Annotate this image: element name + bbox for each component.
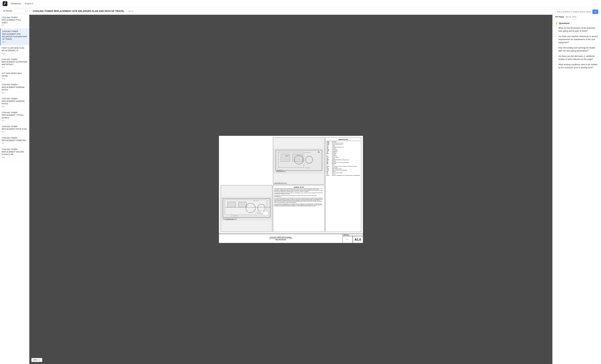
abbrev-row: N.NEW — [327, 164, 360, 166]
sheet-selector-label: All Sheets — [3, 10, 12, 12]
sidebar-item-title: COOLING TOWER REPLACEMENT SECOND FLOOR P… — [2, 148, 28, 156]
search-input[interactable] — [555, 10, 592, 14]
svg-rect-0 — [3, 1, 7, 6]
sidebar-item-code: S2.1 — [2, 131, 28, 133]
abbrev-code: LBNL — [327, 159, 331, 161]
sidebar-item-code: S0.2 — [2, 156, 28, 159]
abbrev-row: DWGDRAWING — [327, 153, 360, 154]
note-item: 2. THE GENERAL CONTRACTOR SHALL BE COMPL… — [274, 192, 323, 195]
plan-2-svg: PIPING IS AERIAL (7'-0" / 1) AND TALL EN… — [221, 185, 272, 232]
abbrev-code: CONC — [327, 149, 331, 151]
question-text: What existing conditions need to be veri… — [558, 63, 598, 69]
content-header: COOLING TOWER REPLACEMENT SITE ENLARGED … — [29, 7, 552, 15]
abbrev-def: NEW — [332, 164, 334, 166]
question-item[interactable]: →What are the dimensions of the proposed… — [555, 27, 598, 32]
sidebar-item-title: COOLING TOWER REPLACEMENT GENERAL NOTES — [2, 83, 28, 91]
sidebar-item-title: COOLING TOWER REPLACEMENT SITE ENLARGED … — [2, 30, 28, 40]
abbrev-def: UNLESS OTHERWISE NOTED UNDERWRITERS LABO… — [332, 175, 360, 176]
sidebar-item-337[interactable]: COOLING TOWER REPLACEMENT ISOMETRIC337 — [0, 135, 29, 146]
drawing-sheet: ABBREVIATIONS BTWNBETWEENCHWRCHILLED WAT… — [219, 136, 363, 243]
search-button[interactable] — [592, 10, 598, 14]
question-item[interactable]: →Are there any bid alternates or additio… — [555, 55, 598, 61]
tb-project-name: COOLING TOWER REPLACEMENT — [220, 236, 341, 238]
abbrev-row: COLCOLUMN — [327, 148, 360, 149]
abbrev-code: CHWR — [327, 142, 331, 144]
sidebar-item-code: A1.3 — [2, 78, 28, 80]
sidebar-item-A1.0[interactable]: COOLING TOWER REPLACEMENT SITE ENLARGED … — [0, 29, 29, 45]
questions-section: 💡 Questions →What are the dimensions of … — [552, 20, 601, 364]
abbrev-row: LBNLLAWRENCE BERKELEY NATIONAL LAB — [327, 159, 360, 161]
abbrev-row: CHWRCHILLED WATER RETURN — [327, 142, 360, 144]
abbrev-code: ELV — [327, 155, 331, 157]
abbrev-code: HGT — [327, 158, 331, 160]
abbrev-row: ELVELEVATION — [327, 155, 360, 157]
abbrev-def: HEIGHT — [332, 158, 335, 160]
sidebar-item-A1.3[interactable]: 8-FT NON-RATED WALL DETAILA1.3 — [0, 71, 29, 82]
abbrev-row: DIADIAMETER — [327, 152, 360, 153]
breadcrumb-project[interactable]: Project 3 — [25, 2, 33, 5]
question-item[interactable]: →How will existing roof openings be seal… — [555, 46, 598, 52]
abbrev-code: DIA — [327, 152, 331, 153]
sheet-selector[interactable]: All Sheets ▾ — [2, 9, 28, 13]
abbrev-def: MINIMUM — [332, 163, 336, 164]
abbrev-def: TYPICAL — [332, 174, 336, 175]
abbrev-row: SIMSIMILAR — [327, 171, 360, 172]
question-text: How will existing roof openings be seale… — [558, 46, 598, 52]
sidebar-item-S0.1[interactable]: COOLING TOWER REPLACEMENT GENERAL NOTESS… — [0, 82, 29, 96]
sidebar-item-S2.1[interactable]: COOLING TOWER REPLACEMENT ROOF PLANS2.1 — [0, 124, 29, 135]
abbrev-code: U.D.N. — [327, 175, 331, 176]
abbrev-code: O.C. — [327, 172, 331, 174]
question-item[interactable]: →Are there any required clearances or ac… — [555, 35, 598, 44]
general-notes-box: GENERAL NOTES 1. THIS SHEET IS ONE OF A … — [273, 185, 325, 232]
question-arrow: → — [555, 35, 557, 38]
chevron-down-icon: ▾ — [25, 10, 26, 12]
abbrev-def: DRAWING — [332, 153, 336, 154]
sheet-id: A1.0 — [128, 10, 133, 12]
tb-project-code-row: 4B37A014 — [343, 234, 363, 236]
abbrev-row: S.S.D.SIMILAR STRUCTURAL DRAWINGS — [327, 170, 360, 171]
sidebar-item-S0.2b[interactable]: COOLING TOWER REPLACEMENT SECOND FLOOR P… — [0, 146, 29, 160]
abbrev-def: CONCRETE MASONRY UNIT — [332, 147, 344, 148]
breadcrumb-fieldworks[interactable]: Fieldworks — [11, 2, 21, 5]
svg-rect-4 — [281, 154, 290, 162]
pages-count: 107 Pages — [555, 16, 564, 18]
search-bar — [555, 10, 598, 14]
sidebar-list: COOLING TOWER REPLACEMENT TITLE SHEETT1C… — [0, 15, 29, 364]
sidebar-item-A1.1[interactable]: FIRST FLOOR NEW PLAN - BID ALTERNATE #2A… — [0, 45, 29, 57]
tb-sheet-desc: SITE ENLARGED PLAN AND PATH OF TRAVEL — [220, 238, 341, 239]
abbrev-code: CHWS — [327, 144, 331, 145]
abbrev-code: SIM — [327, 171, 331, 172]
question-text: Are there any required clearances or acc… — [558, 35, 598, 44]
abbrev-def: COLUMN — [332, 148, 336, 149]
svg-text:JOINT (TYP): JOINT (TYP) — [285, 156, 288, 157]
svg-text:N: N — [318, 153, 319, 154]
abbrev-code: TYP — [327, 174, 331, 175]
sidebar-item-S1.1[interactable]: COOLING TOWER REPLACEMENT TYPICAL DETAIL… — [0, 110, 29, 124]
question-text: Are there any bid alternates or addition… — [558, 55, 598, 61]
sidebar-item-T1[interactable]: COOLING TOWER REPLACEMENT TITLE SHEETT1 — [0, 15, 29, 29]
zoom-controls: 45% » — [31, 358, 42, 362]
svg-text:② PATH OF TRAVEL PLAN - ROOFS: ② PATH OF TRAVEL PLAN - ROOFS — [223, 219, 237, 220]
tb-project-code: 4B37A014 — [343, 234, 349, 235]
sidebar-item-S0.2[interactable]: COOLING TOWER REPLACEMENT GENERAL NOTESS… — [0, 96, 29, 110]
sidebar-item-code: S0.2 — [2, 105, 28, 108]
abbrev-code: F.O.F — [327, 157, 331, 158]
abbrev-code: COL — [327, 148, 331, 149]
abbrev-def: SIZE OF OUTER CASING — [332, 172, 343, 174]
svg-rect-5 — [292, 154, 302, 162]
title-block-right: 4B37A014 REV A1.0 — [343, 234, 363, 243]
abbrev-code: RD — [327, 167, 331, 169]
note-item: 4. ALL INFORMATION SHOWN ON THE DRAWING … — [274, 198, 323, 203]
sidebar-item-A1.2[interactable]: COOLING TOWER REPLACEMENT ELEVATIONS AND… — [0, 57, 29, 71]
general-notes-title: GENERAL NOTES — [274, 186, 323, 189]
svg-text:① ENLARGED SITE PLAN: ① ENLARGED SITE PLAN — [276, 171, 285, 172]
tb-sheet-number: A1.0 — [353, 236, 363, 243]
sidebar-item-title: COOLING TOWER REPLACEMENT ROOF PLAN — [2, 125, 28, 131]
sidebar-item-code: 337 — [2, 142, 28, 145]
questions-title: 💡 Questions — [555, 22, 598, 24]
drawing-viewer[interactable]: ABBREVIATIONS BTWNBETWEENCHWRCHILLED WAT… — [29, 15, 552, 364]
question-item[interactable]: →What existing conditions need to be ver… — [555, 63, 598, 69]
zoom-in-button[interactable]: » — [39, 359, 41, 361]
question-arrow: → — [555, 55, 557, 57]
svg-text:TRAVEL ON ROOF DURING: TRAVEL ON ROOF DURING — [257, 213, 264, 213]
